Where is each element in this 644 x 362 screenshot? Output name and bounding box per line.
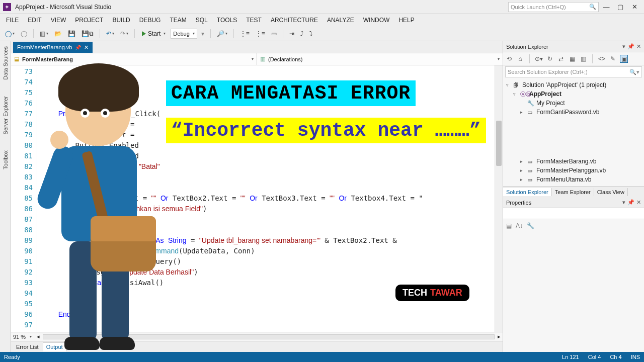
tab-output[interactable]: Output <box>43 342 66 351</box>
side-tab-toolbox[interactable]: Toolbox <box>3 147 9 172</box>
redo-button[interactable]: ↷▾ <box>118 28 130 39</box>
menu-help[interactable]: HELP <box>394 16 418 25</box>
sync-icon[interactable]: ⇄ <box>557 55 565 63</box>
solution-tree[interactable]: ▿🗐Solution 'AppProject' (1 project) ▿ⓥⓑA… <box>503 78 644 186</box>
search-icon: 🔍 <box>589 4 596 10</box>
undo-button[interactable]: ↶▾ <box>104 28 116 39</box>
menu-window[interactable]: WINDOW <box>359 16 394 25</box>
status-ready: Ready <box>4 354 20 360</box>
tree-item: 🔧My Project <box>506 99 641 108</box>
panel-menu-icon[interactable]: ▾ <box>622 43 625 50</box>
menu-debug[interactable]: DEBUG <box>135 16 165 25</box>
document-tab-active[interactable]: FormMasterBarang.vb 📌 ✕ <box>13 42 93 53</box>
overlay-title: CARA MENGATASI ERROR <box>166 80 416 106</box>
preview-icon[interactable]: ▣ <box>620 55 628 63</box>
editor-vertical-scrollbar[interactable] <box>495 65 503 332</box>
code-nav-bar: ⬓ FormMasterBarang ▾ ▥ (Declarations) ▾ <box>11 53 503 65</box>
step-into-button[interactable]: ⇥ <box>287 28 296 39</box>
config-combo[interactable]: Debug▾ <box>171 29 197 39</box>
collapse-icon[interactable]: ⊙▾ <box>535 55 543 63</box>
menu-file[interactable]: FILE <box>2 16 23 25</box>
find-button[interactable]: 🔎▾ <box>215 28 229 39</box>
hscroll-right-icon[interactable]: ▸ <box>498 333 501 340</box>
sol-home-icon[interactable]: ⌂ <box>516 55 524 63</box>
menu-team[interactable]: TEAM <box>166 16 190 25</box>
side-tab-server-explorer[interactable]: Server Explorer <box>3 93 9 137</box>
view-code-icon[interactable]: <> <box>598 55 606 63</box>
properties-icon[interactable]: ▥ <box>579 55 587 63</box>
nav-class-combo[interactable]: ⬓ FormMasterBarang ▾ <box>11 53 257 65</box>
pin-icon[interactable]: 📌 <box>75 45 81 50</box>
main-menu: FILE EDIT VIEW PROJECT BUILD DEBUG TEAM … <box>0 14 644 26</box>
close-tab-icon[interactable]: ✕ <box>84 44 89 51</box>
props-pages-icon[interactable]: 🔧 <box>527 222 534 229</box>
menu-edit[interactable]: EDIT <box>24 16 45 25</box>
menu-view[interactable]: VIEW <box>47 16 70 25</box>
properties-toolbar: ▤ A↓ 🔧 <box>503 219 644 232</box>
home-icon[interactable]: ⟲ <box>505 55 513 63</box>
class-icon: ⬓ <box>14 56 19 62</box>
menu-project[interactable]: PROJECT <box>71 16 107 25</box>
restore-button[interactable]: ▢ <box>614 2 627 12</box>
bookmark-button[interactable]: ▭ <box>269 28 279 39</box>
window-titlebar: ✦ AppProject - Microsoft Visual Studio Q… <box>0 0 644 14</box>
tree-item: ▸▭FormMasterPelanggan.vb <box>506 166 641 175</box>
solution-search-input[interactable]: Search Solution Explorer (Ctrl+;) 🔍▾ <box>505 66 642 77</box>
menu-build[interactable]: BUILD <box>108 16 134 25</box>
step-over-button[interactable]: ⤴ <box>298 28 305 39</box>
window-title: AppProject - Microsoft Visual Studio <box>15 4 111 11</box>
output-panel-tabs: Error List Output <box>11 341 503 352</box>
main-toolbar: ◯▾ ◯ ▥▾ 📂 💾 💾⧉ ↶▾ ↷▾ Start▾ Debug▾ ▾ 🔎▾ … <box>0 26 644 41</box>
refresh-icon[interactable]: ↻ <box>546 55 554 63</box>
minimize-button[interactable]: — <box>600 2 613 12</box>
zoom-level[interactable]: 91 % <box>13 334 26 340</box>
close-panel-icon[interactable]: ✕ <box>636 199 641 206</box>
new-project-button[interactable]: ▥▾ <box>38 28 50 39</box>
pin-panel-icon[interactable]: 📌 <box>627 43 634 50</box>
start-debug-button[interactable]: Start▾ <box>139 28 169 39</box>
declarations-icon: ▥ <box>260 56 265 62</box>
line-number-gutter: 7374757677787980818283848586878889909192… <box>11 65 37 332</box>
menu-architecture[interactable]: ARCHITECTURE <box>267 16 322 25</box>
save-button[interactable]: 💾 <box>66 28 77 39</box>
properties-header: Properties ▾📌✕ <box>503 197 644 208</box>
forward-button[interactable]: ◯ <box>19 28 29 39</box>
right-pane: Solution Explorer ▾📌✕ ⟲ ⌂ ⊙▾ ↻ ⇄ ▦ ▥ <> … <box>503 41 644 352</box>
sub-tab-team[interactable]: Team Explorer <box>552 188 594 196</box>
menu-sql[interactable]: SQL <box>192 16 212 25</box>
editor-horizontal-scrollbar[interactable] <box>43 334 495 339</box>
sort-icon[interactable]: A↓ <box>516 222 523 229</box>
menu-tools[interactable]: TOOLS <box>213 16 241 25</box>
close-button[interactable]: ✕ <box>628 2 641 12</box>
quick-launch-input[interactable]: Quick Launch (Ctrl+Q) 🔍 <box>508 2 599 12</box>
open-file-button[interactable]: 📂 <box>52 28 64 39</box>
sub-tab-solution[interactable]: Solution Explorer <box>503 188 552 196</box>
show-all-icon[interactable]: ▦ <box>568 55 576 63</box>
uncomment-button[interactable]: ⋮≡ <box>254 28 267 39</box>
solution-explorer-header: Solution Explorer ▾📌✕ <box>503 41 644 52</box>
menu-test[interactable]: TEST <box>242 16 266 25</box>
panel-menu-icon[interactable]: ▾ <box>622 199 625 206</box>
hscroll-left-icon[interactable]: ◂ <box>37 333 40 340</box>
back-button[interactable]: ◯▾ <box>3 28 17 39</box>
play-icon <box>142 31 146 36</box>
search-clear-icon: 🔍▾ <box>629 69 639 75</box>
quick-launch-placeholder: Quick Launch (Ctrl+Q) <box>511 4 566 10</box>
menu-analyze[interactable]: ANALYZE <box>323 16 358 25</box>
side-tab-data-sources[interactable]: Data Sources <box>3 43 9 83</box>
status-line: Ln 121 <box>562 354 579 360</box>
tab-error-list[interactable]: Error List <box>13 343 42 351</box>
zoom-dropdown-icon[interactable]: ▾ <box>30 334 32 339</box>
platform-combo[interactable]: ▾ <box>199 28 206 39</box>
sub-tab-class[interactable]: Class View <box>594 188 628 196</box>
comment-button[interactable]: ⋮≡ <box>238 28 252 39</box>
categorize-icon[interactable]: ▤ <box>506 222 512 229</box>
view-designer-icon[interactable]: ✎ <box>609 55 617 63</box>
document-tabs: FormMasterBarang.vb 📌 ✕ <box>11 41 503 53</box>
close-panel-icon[interactable]: ✕ <box>636 43 641 50</box>
save-all-button[interactable]: 💾⧉ <box>79 28 96 39</box>
nav-member-combo[interactable]: ▥ (Declarations) ▾ <box>257 53 503 65</box>
step-out-button[interactable]: ⤵ <box>307 28 314 39</box>
pin-panel-icon[interactable]: 📌 <box>627 199 634 206</box>
project-node: ▿ⓥⓑAppProject <box>506 89 641 99</box>
